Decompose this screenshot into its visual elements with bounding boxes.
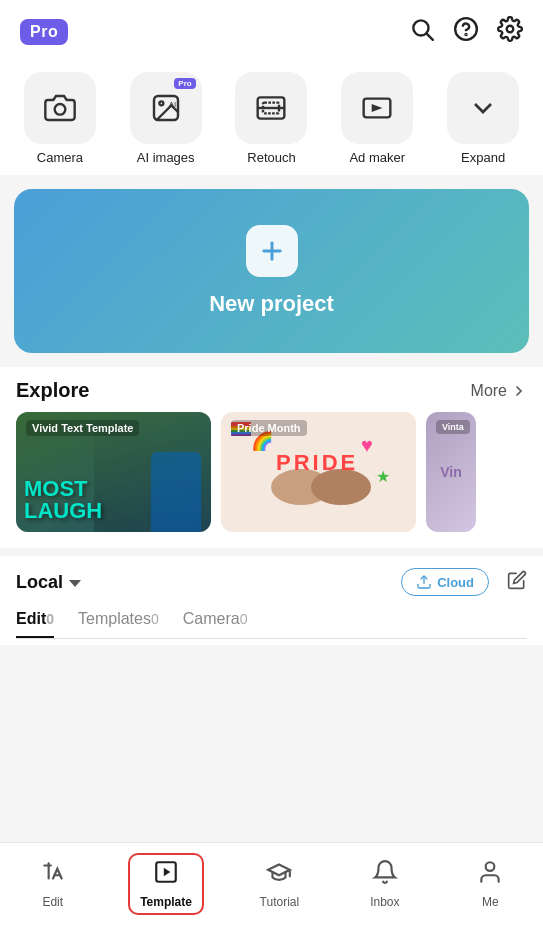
cloud-button[interactable]: Cloud <box>401 568 489 596</box>
explore-cards: Vivid Text Template MOSTLAUGH <box>16 412 527 542</box>
explore-header: Explore More <box>16 373 527 402</box>
ai-images-label: AI images <box>137 150 195 165</box>
nav-inbox[interactable]: Inbox <box>355 859 415 909</box>
svg-point-5 <box>55 104 66 115</box>
card-vivid-tag: Vivid Text Template <box>26 420 139 436</box>
svg-line-1 <box>427 34 433 40</box>
local-title: Local <box>16 572 63 593</box>
tab-edit[interactable]: Edit0 <box>16 610 54 638</box>
retouch-icon-box <box>235 72 307 144</box>
more-label: More <box>471 382 507 400</box>
plus-button[interactable] <box>246 225 298 277</box>
template-nav-icon <box>153 859 179 891</box>
local-header: Local Cloud <box>16 568 527 596</box>
card-pride-tag: Pride Month <box>231 420 307 436</box>
explore-section: Explore More Vivid Text Template MOSTLAU… <box>0 367 543 548</box>
bottom-nav: Edit Template Tutorial <box>0 842 543 931</box>
svg-point-34 <box>486 862 495 871</box>
nav-template-label: Template <box>140 895 192 909</box>
svg-point-4 <box>507 26 514 33</box>
edit-icon[interactable] <box>507 570 527 595</box>
search-icon[interactable] <box>409 16 435 48</box>
tutorial-nav-icon <box>266 859 292 891</box>
explore-title: Explore <box>16 379 89 402</box>
tab-camera[interactable]: Camera0 <box>183 610 248 638</box>
settings-icon[interactable] <box>497 16 523 48</box>
header: Pro <box>0 0 543 58</box>
svg-text:PRIDE: PRIDE <box>276 450 358 475</box>
pro-badge: Pro <box>20 19 68 45</box>
local-dropdown-arrow[interactable] <box>69 580 81 587</box>
camera-label: Camera <box>37 150 83 165</box>
svg-point-3 <box>465 34 466 35</box>
nav-me-label: Me <box>482 895 499 909</box>
inbox-nav-icon <box>372 859 398 891</box>
nav-inbox-label: Inbox <box>370 895 399 909</box>
ad-maker-label: Ad maker <box>349 150 405 165</box>
me-nav-icon <box>477 859 503 891</box>
nav-tutorial-label: Tutorial <box>260 895 300 909</box>
tool-camera[interactable]: Camera <box>20 72 100 165</box>
explore-card-pride[interactable]: ♥ 🌈 ★ PRIDE Pride Month <box>221 412 416 532</box>
svg-text:★: ★ <box>376 468 390 485</box>
svg-marker-33 <box>164 868 171 877</box>
expand-label: Expand <box>461 150 505 165</box>
explore-card-vinta[interactable]: Vin Vinta <box>426 412 476 532</box>
new-project-banner[interactable]: New project <box>14 189 529 353</box>
cloud-label: Cloud <box>437 575 474 590</box>
nav-edit[interactable]: Edit <box>23 859 83 909</box>
card-vinta-tag: Vinta <box>436 420 470 434</box>
svg-text:♥: ♥ <box>361 434 373 456</box>
help-icon[interactable] <box>453 16 479 48</box>
ad-maker-icon-box <box>341 72 413 144</box>
nav-tutorial[interactable]: Tutorial <box>249 859 309 909</box>
tool-expand[interactable]: Expand <box>443 72 523 165</box>
tool-retouch[interactable]: Retouch <box>231 72 311 165</box>
template-nav-box: Template <box>128 853 204 915</box>
card-vivid-text: MOSTLAUGH <box>24 478 102 522</box>
local-title-group: Local <box>16 572 81 593</box>
local-tabs: Edit0 Templates0 Camera0 <box>16 610 527 639</box>
nav-template[interactable]: Template <box>128 853 204 915</box>
nav-edit-label: Edit <box>42 895 63 909</box>
nav-me[interactable]: Me <box>460 859 520 909</box>
tab-templates[interactable]: Templates0 <box>78 610 159 638</box>
svg-point-7 <box>159 101 163 105</box>
edit-nav-icon <box>40 859 66 891</box>
new-project-label: New project <box>209 291 334 317</box>
svg-text:AI: AI <box>168 100 176 109</box>
local-section: Local Cloud Edit0 <box>0 556 543 645</box>
tool-ai-images[interactable]: Pro AI AI images <box>126 72 206 165</box>
camera-icon-box <box>24 72 96 144</box>
ai-pro-tag: Pro <box>174 78 195 89</box>
explore-card-vivid[interactable]: Vivid Text Template MOSTLAUGH <box>16 412 211 532</box>
more-button[interactable]: More <box>471 382 527 400</box>
expand-icon-box <box>447 72 519 144</box>
ai-images-icon-box: Pro AI <box>130 72 202 144</box>
header-icons <box>409 16 523 48</box>
tools-section: Camera Pro AI AI images Retouch <box>0 58 543 175</box>
tool-ad-maker[interactable]: Ad maker <box>337 72 417 165</box>
retouch-label: Retouch <box>247 150 295 165</box>
